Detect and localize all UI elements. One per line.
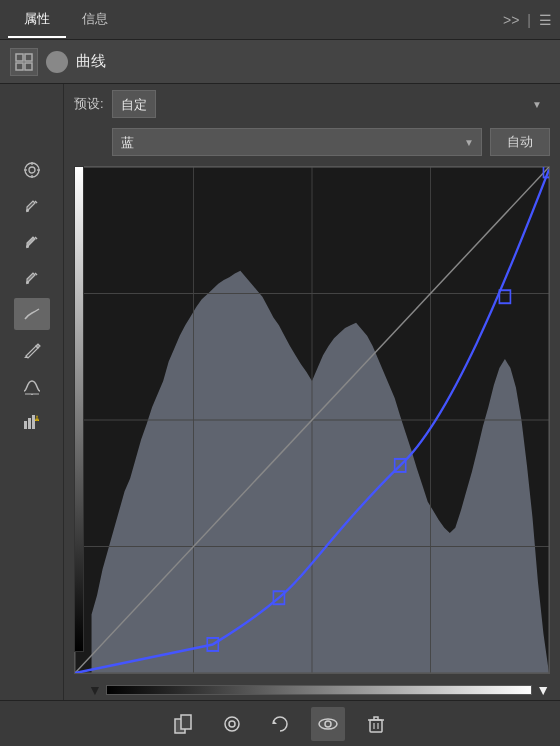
input-levels-slider[interactable]: [106, 685, 532, 695]
reset-button[interactable]: [263, 707, 297, 741]
white-point-slider[interactable]: ▼: [536, 682, 550, 698]
svg-rect-16: [32, 415, 35, 429]
svg-point-11: [26, 245, 29, 248]
panel-circle-icon: [46, 51, 68, 73]
preset-row: 预设: 自定: [64, 84, 560, 124]
expand-icon[interactable]: >>: [503, 12, 519, 28]
curve-svg[interactable]: [74, 166, 550, 674]
svg-rect-14: [24, 421, 27, 429]
eyedropper-white-tool[interactable]: [14, 226, 50, 258]
gradient-bar-left: [74, 166, 84, 652]
panel-title: 曲线: [76, 52, 106, 71]
curve-container: [64, 162, 560, 678]
target-adjust-tool[interactable]: [14, 154, 50, 186]
delete-button[interactable]: [359, 707, 393, 741]
main-area: 预设: 自定 蓝 自动: [0, 84, 560, 700]
svg-rect-35: [370, 720, 382, 732]
tab-icons-area: >> | ☰: [503, 12, 552, 28]
svg-rect-29: [181, 715, 191, 729]
svg-point-18: [36, 420, 37, 421]
refresh-button[interactable]: [215, 707, 249, 741]
tab-info[interactable]: 信息: [66, 2, 124, 38]
svg-rect-3: [25, 63, 32, 70]
svg-point-34: [325, 721, 331, 727]
tab-bar: 属性 信息 >> | ☰: [0, 0, 560, 40]
smooth-tool[interactable]: [14, 370, 50, 402]
svg-rect-15: [28, 418, 31, 429]
menu-icon[interactable]: ☰: [539, 12, 552, 28]
right-content: 预设: 自定 蓝 自动: [64, 84, 560, 700]
channel-select[interactable]: 蓝: [112, 128, 482, 156]
eyedropper-black-tool[interactable]: [14, 190, 50, 222]
svg-point-30: [225, 717, 239, 731]
panel-header: 曲线: [0, 40, 560, 84]
panel-grid-icon: [10, 48, 38, 76]
preset-label: 预设:: [74, 95, 104, 113]
svg-rect-1: [25, 54, 32, 61]
bottom-toolbar: [0, 700, 560, 746]
channel-row: 蓝 自动: [64, 124, 560, 162]
eyedropper-gray-tool[interactable]: [14, 262, 50, 294]
svg-rect-0: [16, 54, 23, 61]
slider-row: ▼ ▼: [64, 678, 560, 700]
svg-rect-2: [16, 63, 23, 70]
auto-button[interactable]: 自动: [490, 128, 550, 156]
svg-point-4: [25, 163, 39, 177]
black-point-slider[interactable]: ▼: [88, 682, 102, 698]
preset-select-wrapper: 自定: [112, 90, 550, 118]
svg-point-31: [229, 721, 235, 727]
histogram-warning-tool[interactable]: [14, 406, 50, 438]
curve-point-4[interactable]: [499, 290, 510, 303]
left-toolbar: [0, 84, 64, 700]
visibility-button[interactable]: [311, 707, 345, 741]
svg-point-5: [29, 167, 35, 173]
channel-select-wrapper: 蓝: [112, 128, 482, 156]
tab-properties[interactable]: 属性: [8, 2, 66, 38]
pencil-tool[interactable]: [14, 334, 50, 366]
svg-point-10: [26, 209, 29, 212]
curve-draw-tool[interactable]: [14, 298, 50, 330]
svg-point-12: [26, 281, 29, 284]
clip-button[interactable]: [167, 707, 201, 741]
preset-select[interactable]: 自定: [112, 90, 156, 118]
